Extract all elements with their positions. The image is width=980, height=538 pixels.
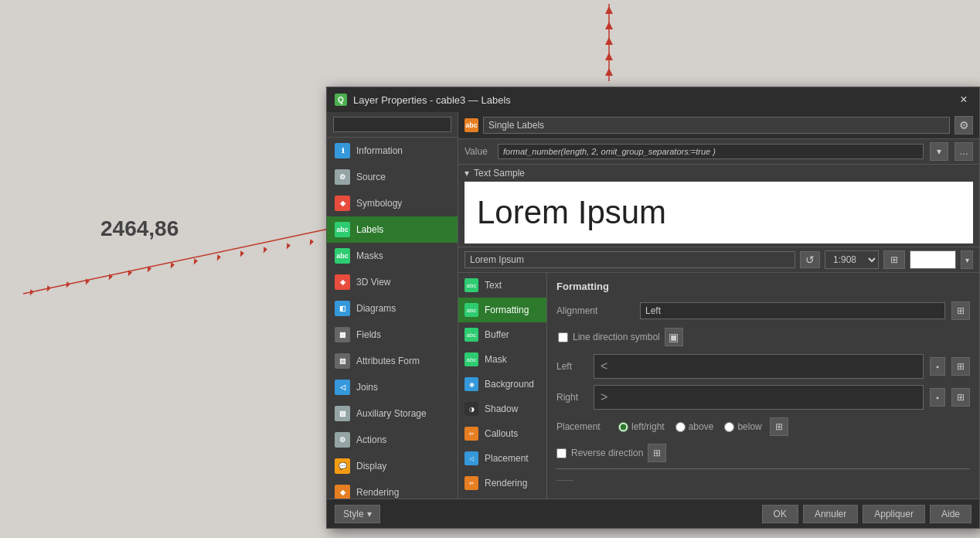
line-direction-row: Line direction symbol ▣ — [556, 328, 970, 346]
sidebar-item-masks[interactable]: abcMasks — [327, 243, 458, 269]
sidebar-item-label-rendering: Rendering — [356, 487, 399, 498]
fields-icon: ▦ — [335, 327, 350, 342]
right-icon-button[interactable]: ⊞ — [951, 388, 970, 407]
sidebar-item-auxiliary-storage[interactable]: ▨Auxiliary Storage — [327, 400, 458, 427]
sub-item-text[interactable]: abcText — [458, 273, 546, 298]
value-ellipsis-button[interactable]: … — [954, 142, 973, 161]
svg-marker-14 — [262, 247, 267, 254]
ok-button[interactable]: OK — [762, 505, 798, 523]
shadow-sub-icon: ◑ — [464, 402, 478, 416]
formatting-sub-icon: abc — [464, 303, 478, 317]
alignment-dropdown[interactable]: Left — [640, 302, 945, 319]
sidebar-item-source[interactable]: ⚙Source — [327, 164, 458, 190]
search-box — [327, 112, 458, 138]
help-button[interactable]: Aide — [930, 505, 971, 523]
sub-item-formatting[interactable]: abcFormatting — [458, 298, 546, 322]
right-symbol-row: Right ▪ ⊞ — [556, 385, 970, 410]
svg-marker-10 — [169, 262, 175, 269]
style-button[interactable]: Style ▾ — [335, 505, 380, 523]
background-sub-icon: ◉ — [464, 377, 478, 391]
sidebar-item-rendering[interactable]: ◆Rendering — [327, 479, 458, 499]
apply-button[interactable]: Appliquer — [863, 505, 925, 523]
placement-icon-button[interactable]: ⊞ — [770, 417, 788, 436]
3d-view-icon: ◈ — [335, 274, 350, 290]
formatting-panel: Formatting Alignment Left ⊞ Line directi… — [547, 273, 979, 499]
right-symbol-input[interactable] — [594, 385, 924, 410]
sidebar-item-3d-view[interactable]: ◈3D View — [327, 269, 458, 295]
line-direction-icon[interactable]: ▣ — [665, 328, 683, 346]
masks-icon: abc — [335, 248, 350, 264]
text-sample-label: Text Sample — [474, 168, 525, 179]
left-symbol-row: Left ▪ ⊞ — [556, 354, 970, 379]
rendering2-sub-icon: ✏ — [464, 476, 478, 490]
sidebar-item-display[interactable]: 💬Display — [327, 453, 458, 479]
map-number-label: 2464,86 — [100, 216, 179, 241]
reverse-icon-button[interactable]: ⊞ — [648, 444, 666, 462]
value-expression-input[interactable] — [498, 144, 924, 159]
sample-refresh-button[interactable]: ↺ — [800, 251, 820, 268]
alignment-label: Alignment — [556, 305, 634, 316]
joins-icon: ◁ — [335, 380, 350, 395]
line-direction-checkbox[interactable] — [558, 332, 568, 342]
sidebar-item-label-information: Information — [356, 145, 403, 156]
sub-item-label-buffer: Buffer — [485, 329, 509, 340]
map-icon-button[interactable]: ⊞ — [883, 250, 905, 269]
left-small-button[interactable]: ▪ — [930, 357, 945, 376]
svg-marker-20 — [605, 53, 613, 60]
cancel-button[interactable]: Annuler — [803, 505, 858, 523]
sub-item-placement[interactable]: ◁Placement — [458, 446, 546, 471]
gear-button[interactable]: ⚙ — [954, 116, 973, 134]
sub-item-background[interactable]: ◉Background — [458, 372, 546, 397]
svg-marker-16 — [308, 239, 314, 246]
sub-item-label-formatting: Formatting — [485, 305, 529, 315]
sample-text-input[interactable] — [464, 251, 795, 268]
sidebar-item-joins[interactable]: ◁Joins — [327, 374, 458, 400]
sub-item-mask[interactable]: abcMask — [458, 347, 546, 372]
left-symbol-input[interactable] — [594, 354, 924, 379]
sub-item-shadow[interactable]: ◑Shadow — [458, 397, 546, 421]
text-sample-preview: Lorem Ipsum — [464, 182, 973, 243]
reverse-direction-label: Reverse direction — [571, 448, 643, 458]
callouts-sub-icon: ✏ — [464, 427, 478, 441]
label-type-dropdown[interactable]: Single Labels — [483, 117, 950, 134]
color-preview[interactable] — [910, 250, 956, 269]
sidebar-item-label-masks: Masks — [356, 250, 383, 261]
svg-marker-17 — [605, 6, 613, 14]
sidebar-item-fields[interactable]: ▦Fields — [327, 322, 458, 348]
placement-below-label: below — [737, 421, 761, 432]
value-dropdown-button[interactable]: ▾ — [930, 142, 948, 161]
left-label: Left — [556, 361, 587, 372]
sidebar-item-symbology[interactable]: ◆Symbology — [327, 190, 458, 216]
sub-item-label-rendering2: Rendering — [485, 478, 527, 489]
svg-marker-4 — [46, 285, 51, 292]
left-icon-button[interactable]: ⊞ — [951, 357, 970, 376]
reverse-direction-checkbox[interactable] — [556, 448, 567, 458]
sidebar-item-diagrams[interactable]: ◧Diagrams — [327, 295, 458, 322]
sub-item-label-background: Background — [485, 379, 534, 390]
right-small-button[interactable]: ▪ — [930, 388, 945, 407]
sidebar-item-information[interactable]: ℹInformation — [327, 138, 458, 164]
sub-item-label-shadow: Shadow — [485, 404, 518, 414]
sub-item-callouts[interactable]: ✏Callouts — [458, 421, 546, 446]
sub-item-label-placement: Placement — [485, 453, 529, 464]
sub-item-buffer[interactable]: abcBuffer — [458, 322, 546, 347]
color-dropdown-button[interactable]: ▾ — [961, 250, 973, 269]
sidebar-item-actions[interactable]: ⚙Actions — [327, 427, 458, 453]
sidebar-search-input[interactable] — [333, 117, 451, 132]
placement-above-radio[interactable] — [675, 422, 686, 432]
scale-dropdown[interactable]: 1:908 — [825, 250, 879, 269]
placement-below-radio[interactable] — [724, 422, 734, 432]
sub-item-label-callouts: Callouts — [485, 428, 518, 439]
placement-left-right-radio[interactable] — [618, 422, 628, 432]
alignment-icon-button[interactable]: ⊞ — [951, 301, 970, 320]
close-button[interactable]: × — [956, 92, 971, 107]
sidebar-item-attributes-form[interactable]: ▤Attributes Form — [327, 348, 458, 374]
placement-above-label: above — [689, 421, 714, 432]
svg-marker-8 — [127, 270, 132, 277]
source-icon: ⚙ — [335, 169, 350, 185]
sub-item-rendering2[interactable]: ✏Rendering — [458, 471, 546, 495]
text-sample-header[interactable]: ▾ Text Sample — [458, 165, 979, 182]
sidebar-item-label-3d-view: 3D View — [356, 277, 390, 288]
sidebar-item-labels[interactable]: abcLabels — [327, 216, 458, 243]
svg-marker-6 — [84, 278, 90, 285]
